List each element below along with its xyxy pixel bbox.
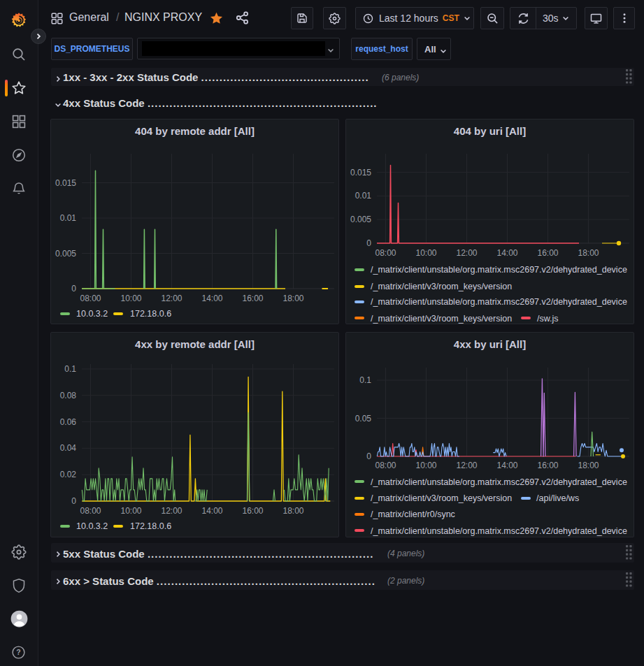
svg-text:?: ?	[16, 648, 20, 656]
